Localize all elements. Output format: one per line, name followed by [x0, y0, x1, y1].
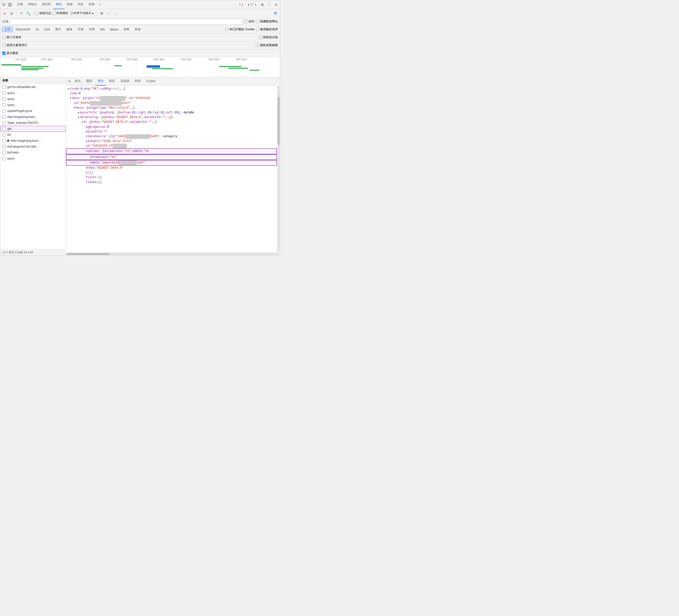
error-badge[interactable]: ⊗ 1 ⚠ 8 💬 3 — [237, 2, 258, 7]
more-options-icon[interactable]: ⋮ — [266, 2, 272, 7]
bottom-scrollbar-track[interactable] — [66, 253, 280, 255]
json-line-params[interactable]: ▼ params : { accumulate : "no" , mdmId :… — [66, 148, 277, 154]
req-checkbox-5[interactable] — [2, 115, 6, 119]
tab-network[interactable]: 网络 — [53, 0, 64, 9]
json-line-3[interactable]: id : "816fe e337" — [66, 101, 277, 106]
req-checkbox-11[interactable] — [2, 151, 6, 154]
json-line-0[interactable]: ▼ { code : 0 , msg : "OK" , subMsg : nul… — [66, 87, 277, 91]
large-rows-checkbox[interactable]: 使用大量请求行 — [2, 43, 27, 48]
cursor-icon[interactable] — [1, 2, 7, 7]
type-btn-doc[interactable]: 文档 — [87, 27, 97, 32]
req-checkbox-6[interactable] — [2, 121, 6, 125]
req-checkbox-10[interactable] — [2, 145, 6, 148]
request-item-5[interactable]: data:image/png;base... — [0, 114, 66, 120]
request-item-0[interactable]: get?id=665a6486-af4... — [0, 84, 66, 90]
req-checkbox-2[interactable] — [2, 97, 6, 101]
disable-cache-input[interactable] — [52, 12, 55, 15]
detail-close-button[interactable]: ✕ — [67, 79, 72, 84]
json-toggle-2[interactable]: ▼ — [70, 96, 71, 100]
json-line-2[interactable]: ▼ data : { orgId : "o1 " , id : "816fe3d… — [66, 96, 277, 101]
tab-elements[interactable]: 元素 — [14, 0, 26, 9]
json-content[interactable]: ▼ { code : 0 , msg : "OK" , subMsg : nul… — [66, 86, 277, 252]
request-item-1[interactable]: query — [0, 90, 66, 96]
detail-tab-timing[interactable]: 时间 — [132, 77, 143, 86]
detail-tab-preview[interactable]: 预览 — [95, 77, 106, 86]
json-toggle-6[interactable]: ▼ — [78, 116, 79, 120]
json-line-9[interactable]: dataSetId : "" — [66, 129, 277, 134]
invert-checkbox[interactable]: 反转 — [244, 19, 254, 24]
req-checkbox-8[interactable] — [2, 133, 6, 136]
search-icon[interactable]: 🔍 — [25, 10, 31, 17]
req-checkbox-3[interactable] — [2, 103, 6, 107]
detail-tab-payload[interactable]: 载荷 — [84, 77, 95, 86]
scroll-up-icon[interactable]: ▲ — [278, 86, 280, 89]
json-line-dckey[interactable]: dcKey : "WIDGET_DATA_0" — [66, 166, 277, 171]
type-btn-fetch-xhr[interactable]: Fetch/XHR — [13, 27, 32, 32]
request-item-6[interactable]: Table_selected.506376... — [0, 120, 66, 126]
json-line-10[interactable]: ▼ dataSource : { id : "3d83 5e09" , cate… — [66, 134, 277, 139]
json-line-6[interactable]: ▼ dataConfig : [{ dcKey : "WIDGET_DATA_0… — [66, 115, 277, 120]
json-toggle-params[interactable]: ▼ — [86, 149, 88, 153]
tab-application[interactable]: 应用 — [86, 0, 97, 9]
layout-icon[interactable] — [7, 2, 13, 7]
req-checkbox-4[interactable] — [2, 109, 6, 113]
type-btn-other[interactable]: 其他 — [132, 27, 143, 32]
json-line-12[interactable]: id : "3d83d358-37 — [66, 144, 277, 148]
tab-performance[interactable]: 性能 — [64, 0, 75, 9]
timeline-chart[interactable]: 1000 毫秒 2000 毫秒 3000 毫秒 4000 毫秒 5000 毫秒 … — [0, 57, 280, 77]
third-party-checkbox[interactable]: 第三方请求 — [2, 35, 21, 39]
settings-icon[interactable]: ⚙ — [260, 2, 265, 7]
json-toggle-4[interactable]: ▼ — [74, 106, 75, 110]
by-frame-checkbox[interactable]: 按框架分组 — [259, 35, 278, 39]
request-item-2[interactable]: query — [0, 96, 66, 102]
type-btn-manifest[interactable]: 清单 — [121, 27, 132, 32]
preserve-log-checkbox[interactable]: 保留日志 — [35, 11, 51, 16]
req-checkbox-12[interactable] — [2, 157, 6, 160]
clear-button[interactable]: ⊘ — [9, 10, 14, 17]
close-icon[interactable]: ✕ — [273, 2, 279, 7]
request-item-11[interactable]: listFields — [0, 150, 66, 156]
type-btn-js[interactable]: JS — [33, 27, 41, 32]
json-line-e[interactable]: e : [] — [66, 171, 277, 175]
type-btn-ws[interactable]: WS — [98, 27, 107, 32]
json-line-linked[interactable]: linked : [] — [66, 180, 277, 185]
disable-cache-checkbox[interactable]: 停用缓存 — [52, 11, 68, 16]
scroll-track[interactable] — [278, 89, 280, 249]
json-line-8[interactable]: aggregation : 0 — [66, 125, 277, 129]
request-item-12[interactable]: query — [0, 156, 66, 161]
json-line-1[interactable]: code : 0 — [66, 91, 277, 96]
preserve-log-input[interactable] — [35, 12, 38, 15]
scroll-thumb[interactable] — [278, 97, 280, 145]
scroll-down-icon[interactable]: ▼ — [278, 249, 280, 252]
tab-console[interactable]: 控制台 — [26, 0, 39, 9]
filter-input[interactable] — [10, 19, 243, 24]
download-icon[interactable]: ↓ — [112, 10, 119, 17]
record-button[interactable]: ● — [2, 10, 8, 17]
detail-tab-cookies[interactable]: Cookie — [144, 77, 158, 86]
upload-icon[interactable]: ↑ — [106, 10, 111, 17]
type-btn-media[interactable]: 媒体 — [64, 27, 75, 32]
bottom-scrollbar[interactable] — [66, 252, 280, 255]
request-item-9[interactable]: data:image/png;base... — [0, 138, 66, 144]
json-line-7[interactable]: ▼ 0 : { dcKey : "WIDGET_DATA_0" , dataSe… — [66, 120, 277, 125]
json-line-mdmid[interactable]: mdmId : "democ5a29 2abf" — [66, 160, 277, 166]
request-item-4[interactable]: updatePageLayout — [0, 108, 66, 114]
detail-tab-initiator[interactable]: 启动器 — [118, 77, 132, 86]
bottom-scrollbar-thumb[interactable] — [66, 253, 109, 255]
type-btn-wasm[interactable]: Wasm — [108, 27, 121, 32]
request-item-7[interactable]: get — [0, 126, 66, 132]
tab-more[interactable]: » — [97, 0, 104, 9]
json-line-5[interactable]: ▶ basicInfo : { padding : { bottom : 24 … — [66, 111, 277, 115]
tab-sources[interactable]: 源代码 — [39, 0, 53, 9]
json-toggle-5[interactable]: ▶ — [78, 111, 79, 115]
request-item-10[interactable]: listCategories?id=3d8... — [0, 144, 66, 150]
json-toggle-10[interactable]: ▼ — [86, 134, 87, 138]
wifi-icon[interactable] — [99, 10, 105, 17]
json-line-4[interactable]: ▼ meta : { widgetType : "MetricCard" ,…} — [66, 106, 277, 111]
show-overview-checkbox[interactable]: 显示概览 — [2, 51, 18, 55]
json-toggle-7[interactable]: ▼ — [82, 120, 83, 124]
request-list-body[interactable]: get?id=665a6486-af4... query query query… — [0, 84, 66, 249]
req-checkbox-1[interactable] — [2, 91, 6, 95]
hide-data-urls-checkbox[interactable]: 隐藏数据网址 — [256, 19, 278, 24]
type-btn-css[interactable]: CSS — [42, 27, 53, 32]
